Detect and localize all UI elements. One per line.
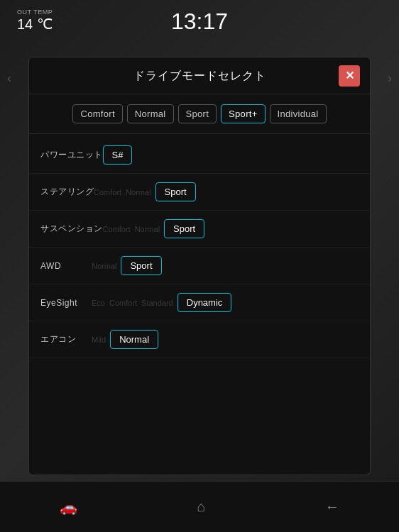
bottom-nav-back[interactable]: ← bbox=[325, 499, 339, 515]
steering-opt-normal[interactable]: Normal bbox=[126, 188, 151, 196]
tab-sport[interactable]: Sport bbox=[178, 104, 217, 123]
out-temp-value: 14 ℃ bbox=[17, 16, 53, 33]
setting-steering: ステアリング Comfort Normal Sport bbox=[29, 174, 370, 211]
modal: ドライブモードセレクト ✕ Comfort Normal Sport Sport… bbox=[28, 57, 371, 475]
label-eyesight: EyeSight bbox=[40, 298, 92, 308]
suspension-selected[interactable]: Sport bbox=[164, 219, 204, 238]
screen: OUT TEMP 14 ℃ 13:17 ‹ › ドライブモードセレクト ✕ Co… bbox=[0, 0, 399, 532]
tab-individual[interactable]: Individual bbox=[270, 104, 327, 123]
eyesight-selected[interactable]: Dynamic bbox=[177, 293, 232, 312]
settings-list: パワーユニット S# ステアリング Comfort Normal Sport サ… bbox=[29, 134, 370, 361]
bottom-nav-home[interactable]: ⌂ bbox=[197, 499, 205, 515]
awd-opt-normal[interactable]: Normal bbox=[92, 262, 116, 270]
setting-awd: AWD Normal Sport bbox=[29, 248, 370, 284]
options-suspension: Comfort Normal Sport bbox=[103, 219, 359, 238]
power-unit-selected[interactable]: S# bbox=[103, 145, 133, 165]
setting-eyesight: EyeSight Eco Comfort Standard Dynamic bbox=[29, 284, 370, 321]
bottom-nav-car[interactable]: 🚗 bbox=[60, 499, 77, 516]
steering-selected[interactable]: Sport bbox=[155, 182, 196, 201]
close-button[interactable]: ✕ bbox=[339, 65, 360, 87]
mode-tabs: Comfort Normal Sport Sport+ Individual bbox=[29, 94, 370, 134]
nav-arrow-left[interactable]: ‹ bbox=[7, 71, 11, 86]
eyesight-opt-eco[interactable]: Eco bbox=[92, 299, 105, 307]
options-awd: Normal Sport bbox=[92, 256, 359, 275]
steering-opt-comfort[interactable]: Comfort bbox=[94, 188, 121, 196]
options-aircon: Mild Normal bbox=[92, 330, 359, 349]
aircon-opt-mild[interactable]: Mild bbox=[92, 336, 106, 344]
nav-arrow-right[interactable]: › bbox=[388, 71, 392, 86]
bottom-nav: 🚗 ⌂ ← bbox=[0, 481, 399, 532]
out-temp-label: OUT TEMP bbox=[17, 9, 53, 16]
eyesight-opt-comfort[interactable]: Comfort bbox=[109, 299, 137, 307]
status-bar: OUT TEMP 14 ℃ 13:17 bbox=[0, 0, 399, 38]
tab-comfort[interactable]: Comfort bbox=[72, 104, 122, 123]
label-aircon: エアコン bbox=[40, 333, 92, 345]
out-temp-container: OUT TEMP 14 ℃ bbox=[17, 9, 53, 33]
setting-suspension: サスペンション Comfort Normal Sport bbox=[29, 211, 370, 248]
eyesight-opt-standard[interactable]: Standard bbox=[141, 299, 173, 307]
modal-header: ドライブモードセレクト ✕ bbox=[29, 57, 370, 94]
suspension-opt-comfort[interactable]: Comfort bbox=[103, 225, 131, 233]
label-suspension: サスペンション bbox=[40, 223, 103, 235]
options-power-unit: S# bbox=[103, 145, 359, 165]
aircon-selected[interactable]: Normal bbox=[110, 330, 158, 349]
label-steering: ステアリング bbox=[40, 186, 94, 198]
setting-power-unit: パワーユニット S# bbox=[29, 137, 370, 174]
awd-selected[interactable]: Sport bbox=[121, 256, 161, 275]
tab-normal[interactable]: Normal bbox=[127, 104, 174, 123]
label-awd: AWD bbox=[40, 261, 92, 271]
options-steering: Comfort Normal Sport bbox=[94, 182, 359, 201]
modal-title: ドライブモードセレクト bbox=[133, 69, 266, 84]
label-power-unit: パワーユニット bbox=[40, 149, 103, 161]
options-eyesight: Eco Comfort Standard Dynamic bbox=[92, 293, 359, 312]
tab-sport-plus[interactable]: Sport+ bbox=[221, 104, 265, 123]
clock: 13:17 bbox=[171, 9, 228, 35]
suspension-opt-normal[interactable]: Normal bbox=[135, 225, 160, 233]
setting-aircon: エアコン Mild Normal bbox=[29, 321, 370, 358]
